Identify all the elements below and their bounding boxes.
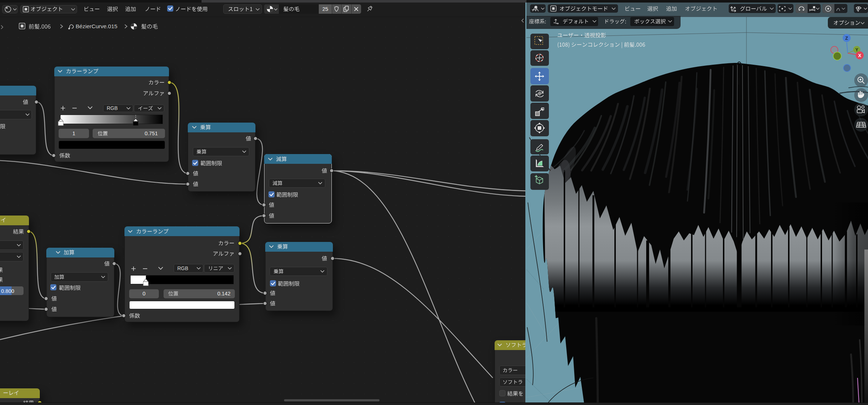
svg-text:Y: Y [855, 47, 858, 52]
svg-text:X: X [858, 53, 861, 58]
svg-text:Z: Z [845, 35, 848, 41]
